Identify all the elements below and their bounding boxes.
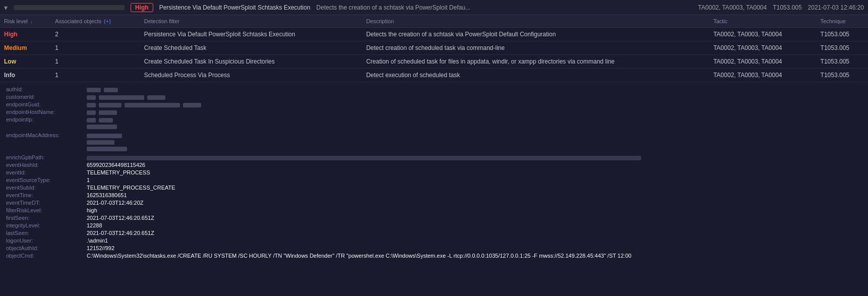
endpointGuid-value	[87, 101, 201, 107]
add-filter-icon[interactable]: (+)	[104, 18, 111, 24]
header-technique: T1053.005	[773, 4, 801, 11]
detail-logonUser: logonUser: .\admin1	[6, 238, 868, 244]
severity-badge: High	[131, 3, 153, 12]
detail-endpointHostName: endpointHostName:	[6, 109, 868, 115]
cell-description: Detect execution of scheduled task	[362, 69, 709, 82]
table-row[interactable]: High 2 Persistence Via Default PowerSplo…	[0, 28, 868, 41]
cell-tactic: TA0002, TA0003, TA0004	[709, 69, 816, 82]
cell-risk: Low	[0, 55, 51, 69]
cell-risk: Info	[0, 69, 51, 82]
cell-tactic: TA0002, TA0003, TA0004	[709, 55, 816, 69]
cell-detection-filter: Persistence Via Default PowerSploit Scht…	[140, 28, 362, 41]
endpointMacAddress-value	[87, 132, 127, 151]
detail-firstSeen: firstSeen: 2021-07-03T12:46:20.651Z	[6, 215, 868, 221]
customerId-value	[87, 94, 165, 100]
col-description: Description	[362, 15, 709, 28]
detections-table: Risk level ↓ Associated objects (+) Dete…	[0, 15, 868, 82]
detail-endpointGuid: endpointGuid:	[6, 101, 868, 107]
cell-technique: T1053.005	[817, 28, 868, 41]
detail-eventSubId: eventSubId: TELEMETRY_PROCESS_CREATE	[6, 185, 868, 191]
detail-eventTime: eventTime: 1625316380651	[6, 192, 868, 198]
header-tactics: TA0002, TA0003, TA0004	[698, 4, 767, 11]
detail-filterRiskLevel: filterRiskLevel: high	[6, 207, 868, 213]
col-technique: Technique	[817, 15, 868, 28]
cell-technique: T1053.005	[817, 41, 868, 55]
endpointIp-value	[87, 116, 117, 129]
detail-enrichGpbPath: enrichGpbPath:	[6, 154, 868, 160]
cell-risk: High	[0, 28, 51, 41]
header-detection-name: Persistence Via Default PowerSploit Scht…	[159, 4, 311, 11]
detail-objectAuthId: objectAuthId: 12152//992	[6, 245, 868, 251]
cell-technique: T1053.005	[817, 69, 868, 82]
detail-customerId: customerId:	[6, 94, 868, 100]
cell-description: Detects the creation of a schtask via Po…	[362, 28, 709, 41]
cell-detection-filter: Create Scheduled Task In Suspicious Dire…	[140, 55, 362, 69]
table-header-row: Risk level ↓ Associated objects (+) Dete…	[0, 15, 868, 28]
cell-detection-filter: Scheduled Process Via Process	[140, 69, 362, 82]
table-row[interactable]: Info 1 Scheduled Process Via Process Det…	[0, 69, 868, 82]
table-row[interactable]: Medium 1 Create Scheduled Task Detect cr…	[0, 41, 868, 55]
detail-eventId: eventId: TELEMETRY_PROCESS	[6, 169, 868, 175]
detail-endpointIp: endpointIp:	[6, 116, 868, 129]
enrichGpbPath-value	[87, 154, 641, 160]
cell-objects: 2	[51, 28, 140, 41]
table-row[interactable]: Low 1 Create Scheduled Task In Suspiciou…	[0, 55, 868, 69]
authId-value	[87, 86, 118, 92]
top-header: ▾ High Persistence Via Default PowerSplo…	[0, 0, 868, 15]
detail-endpointMacAddress: endpointMacAddress:	[6, 132, 868, 151]
cell-tactic: TA0002, TA0003, TA0004	[709, 28, 816, 41]
detail-objectCmd: objectCmd: C:\Windows\System32\schtasks.…	[6, 253, 868, 259]
col-detection-filter: Detection filter	[140, 15, 362, 28]
detail-eventSourceType: eventSourceType: 1	[6, 177, 868, 183]
cell-objects: 1	[51, 41, 140, 55]
detail-panel: authId: customerId: endpointGuid: endpoi…	[0, 82, 868, 264]
sort-icon: ↓	[30, 19, 33, 24]
col-tactic: Tactic	[709, 15, 816, 28]
blurred-tab-title	[14, 5, 125, 10]
cell-tactic: TA0002, TA0003, TA0004	[709, 41, 816, 55]
header-description: Detects the creation of a schtask via Po…	[317, 4, 692, 11]
cell-objects: 1	[51, 69, 140, 82]
cell-risk: Medium	[0, 41, 51, 55]
cell-technique: T1053.005	[817, 55, 868, 69]
cell-detection-filter: Create Scheduled Task	[140, 41, 362, 55]
cell-objects: 1	[51, 55, 140, 69]
cell-description: Detect creation of scheduled task via co…	[362, 41, 709, 55]
detail-lastSeen: lastSeen: 2021-07-03T12:46:20.651Z	[6, 230, 868, 236]
cell-description: Creation of scheduled task for files in …	[362, 55, 709, 69]
col-associated-objects[interactable]: Associated objects (+)	[51, 15, 140, 28]
chevron-down-icon[interactable]: ▾	[4, 4, 8, 12]
header-timestamp: 2021-07-03 12:46:20	[808, 4, 864, 11]
detail-integrityLevel: integrityLevel: 12288	[6, 222, 868, 228]
endpointHostName-value	[87, 109, 117, 115]
detail-eventHashId: eventHashId: 6599202364498115426	[6, 162, 868, 168]
col-risk-level[interactable]: Risk level ↓	[0, 15, 51, 28]
detail-eventTimeDT: eventTimeDT: 2021-07-03T12:46:20Z	[6, 200, 868, 206]
detail-authId: authId:	[6, 86, 868, 92]
